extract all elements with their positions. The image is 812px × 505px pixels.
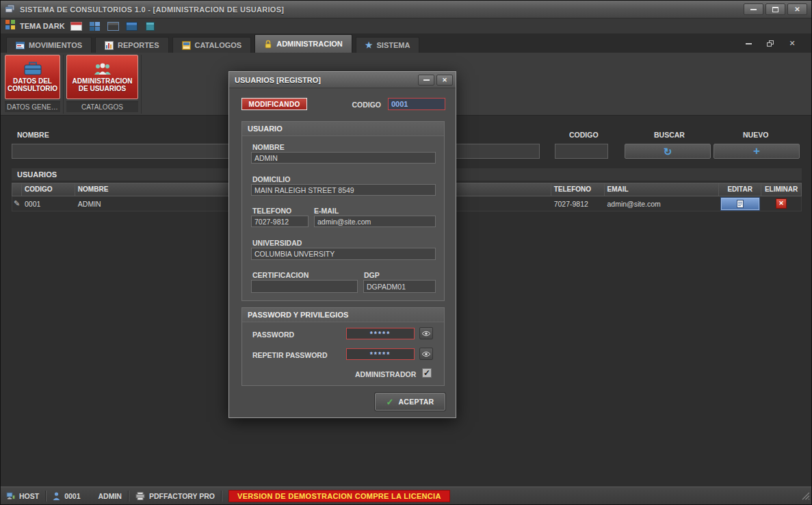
statusbar-separator	[221, 491, 222, 502]
repetir-password-label: REPETIR PASSWORD	[252, 351, 327, 359]
header-email[interactable]: EMAIL	[605, 183, 720, 196]
mdi-restore-button[interactable]	[765, 39, 776, 49]
theme-option-blue-tiles-button[interactable]	[88, 20, 102, 32]
header-editar: EDITAR	[719, 183, 761, 196]
plus-icon: +	[753, 146, 760, 157]
dialog-titlebar[interactable]: USUARIOS [REGISTRO] ✕	[229, 72, 456, 88]
password-input[interactable]	[346, 328, 415, 339]
codigo-filter-input[interactable]	[555, 144, 608, 159]
administracion-de-usuarios-button[interactable]: ADMINISTRACION DE USUARIOS	[66, 55, 138, 99]
theme-toolbar: TEMA DARK	[1, 18, 811, 34]
window-titlebar[interactable]: SISTEMA DE CONSULTORIOS 1.0 - [ADMINISTR…	[1, 1, 811, 18]
delete-row-button[interactable]: ✕	[776, 198, 787, 209]
telefono-input[interactable]	[251, 216, 309, 227]
domicilio-label: DOMICILIO	[252, 175, 290, 183]
tab-catalogos[interactable]: CATALOGOS	[172, 37, 252, 53]
show-repetir-password-button[interactable]	[419, 348, 433, 360]
theme-option-light-button[interactable]	[70, 20, 83, 32]
minimize-button[interactable]	[744, 3, 763, 15]
tab-reportes[interactable]: REPORTES	[95, 37, 169, 53]
app-icon	[5, 3, 15, 16]
mdi-close-button[interactable]: ✕	[787, 39, 798, 49]
theme-option-navy-button[interactable]	[125, 20, 139, 32]
window-title: SISTEMA DE CONSULTORIOS 1.0 - [ADMINISTR…	[20, 5, 284, 14]
network-icon	[6, 492, 15, 500]
cell-telefono: 7027-9812	[551, 196, 605, 211]
restore-icon	[767, 40, 774, 47]
aceptar-button[interactable]: ✓ ACEPTAR	[375, 393, 445, 411]
theme-blue-tiles-icon	[90, 22, 100, 31]
printer-label: PDFFACTORY PRO	[149, 492, 215, 500]
theme-dark-icon	[107, 22, 119, 31]
email-input[interactable]	[314, 216, 436, 227]
header-telefono[interactable]: TELEFONO	[551, 183, 605, 196]
row-indicator-header	[12, 183, 22, 196]
theme-option-teal-button[interactable]	[144, 20, 157, 32]
lock-icon	[264, 40, 272, 49]
eye-icon	[421, 331, 431, 337]
nuevo-button[interactable]: +	[713, 144, 800, 159]
nuevo-label: NUEVO	[743, 131, 768, 139]
window-controls: ✕	[744, 3, 807, 15]
demo-version-badge: VERSION DE DEMOSTRACION COMPRE LA LICENC…	[228, 490, 450, 502]
mdi-minimize-button[interactable]	[743, 39, 754, 49]
maximize-button[interactable]	[765, 3, 785, 15]
tab-label: SISTEMA	[377, 41, 410, 49]
show-password-button[interactable]	[419, 327, 433, 339]
tab-label: MOVIMIENTOS	[29, 41, 82, 49]
tab-administracion[interactable]: ADMINISTRACION	[254, 34, 352, 53]
usuario-group-title: USUARIO	[242, 122, 444, 136]
ribbon-group-datos-generales: DATOS DEL CONSULTORIO DATOS GENER...	[5, 55, 64, 114]
minimize-icon	[750, 9, 757, 10]
host-label: HOST	[19, 492, 39, 500]
close-button[interactable]: ✕	[787, 3, 807, 15]
password-privilegios-groupbox: PASSWORD Y PRIVILEGIOS PASSWORD REPETIR …	[241, 307, 445, 386]
tab-movimientos[interactable]: MOVIMIENTOS	[6, 37, 92, 53]
dialog-close-button[interactable]: ✕	[436, 75, 453, 86]
modificando-button[interactable]: MODIFICANDO	[241, 98, 307, 110]
edit-form-icon	[737, 200, 744, 208]
domicilio-input[interactable]	[251, 184, 436, 196]
nombre-filter-label: NOMBRE	[17, 131, 49, 139]
buscar-label: BUSCAR	[654, 131, 685, 139]
theme-label: TEMA DARK	[20, 22, 65, 30]
star-icon: ★	[365, 41, 373, 49]
reportes-icon	[105, 41, 114, 50]
datos-del-consultorio-button[interactable]: DATOS DEL CONSULTORIO	[5, 55, 60, 99]
maximize-icon	[772, 7, 778, 12]
theme-option-dark-button[interactable]	[107, 20, 120, 32]
administrador-label: ADMINISTRADOR	[355, 370, 416, 378]
theme-navy-icon	[126, 22, 137, 31]
printer-icon	[135, 492, 145, 500]
cell-editar	[719, 196, 761, 211]
dialog-codigo-input[interactable]	[388, 98, 445, 110]
minimize-icon	[423, 79, 430, 81]
ribbon-group-caption: DATOS GENER...	[5, 101, 60, 112]
dgp-label: DGP	[364, 271, 380, 279]
tab-sistema[interactable]: ★ SISTEMA	[356, 37, 420, 53]
certificacion-input[interactable]	[251, 280, 358, 293]
universidad-label: UNIVERSIDAD	[252, 239, 302, 247]
tab-label: CATALOGOS	[195, 41, 242, 49]
usuario-groupbox: USUARIO NOMBRE DOMICILIO TELEFONO E-MAIL…	[241, 121, 445, 301]
dgp-input[interactable]	[363, 280, 436, 293]
user-segment: 0001 ADMIN	[53, 492, 122, 500]
nombre-input[interactable]	[251, 152, 436, 164]
dialog-minimize-button[interactable]	[418, 75, 434, 86]
administrador-checkbox[interactable]: ✓	[422, 368, 432, 378]
tab-label: REPORTES	[118, 41, 159, 49]
green-check-icon: ✓	[387, 397, 394, 407]
email-label: E-MAIL	[314, 207, 339, 215]
telefono-label: TELEFONO	[252, 207, 291, 215]
resize-grip[interactable]	[801, 491, 810, 503]
buscar-button[interactable]: ↻	[625, 144, 711, 159]
header-codigo[interactable]: CODIGO	[22, 183, 75, 196]
aceptar-label: ACEPTAR	[398, 398, 434, 406]
edit-row-button[interactable]	[721, 198, 759, 210]
search-refresh-icon: ↻	[664, 146, 672, 157]
catalogos-icon	[182, 41, 191, 50]
checkmark-icon: ✓	[423, 369, 430, 377]
cell-codigo: 0001	[22, 196, 75, 211]
repetir-password-input[interactable]	[346, 348, 415, 360]
universidad-input[interactable]	[251, 248, 436, 260]
